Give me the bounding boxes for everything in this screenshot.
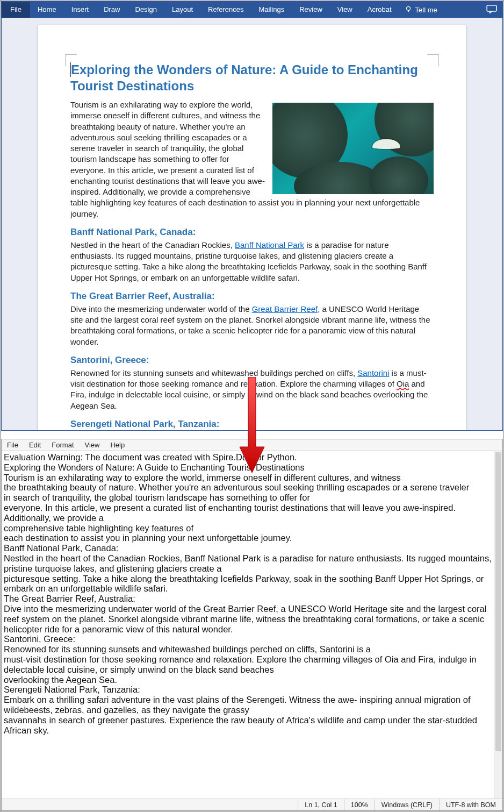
menu-help[interactable]: Help — [105, 441, 130, 449]
tab-mailings[interactable]: Mailings — [251, 2, 292, 18]
editor-text[interactable]: Evaluation Warning: The document was cre… — [2, 451, 502, 736]
text-editor-window: File Edit Format View Help Evaluation Wa… — [1, 439, 503, 811]
status-position[interactable]: Ln 1, Col 1 — [298, 799, 343, 810]
svg-point-0 — [406, 6, 410, 10]
tell-me-label: Tell me — [415, 6, 437, 14]
spellcheck-oia[interactable]: Oia — [397, 379, 409, 388]
tab-acrobat[interactable]: Acrobat — [360, 2, 399, 18]
lightbulb-icon — [405, 5, 412, 15]
scrollbar[interactable] — [494, 451, 502, 799]
text: Dive into the mesmerizing underwater wor… — [70, 304, 252, 314]
ribbon: File Home Insert Draw Design Layout Refe… — [2, 2, 502, 18]
scrollbar-thumb[interactable] — [495, 452, 501, 751]
status-spacer — [2, 799, 298, 810]
tab-review[interactable]: Review — [292, 2, 330, 18]
subhead-banff[interactable]: Banff National Park, Canada: — [70, 227, 434, 238]
menu-view[interactable]: View — [80, 441, 105, 449]
link-santorini[interactable]: Santorini — [357, 368, 389, 377]
tab-draw[interactable]: Draw — [96, 2, 127, 18]
para-banff[interactable]: Nestled in the heart of the Canadian Roc… — [70, 240, 434, 283]
menu-file[interactable]: File — [2, 441, 24, 449]
tab-file[interactable]: File — [2, 2, 30, 18]
subhead-serengeti[interactable]: Serengeti National Park, Tanzania: — [70, 419, 434, 430]
subhead-reef[interactable]: The Great Barrier Reef, Australia: — [70, 291, 434, 302]
tab-layout[interactable]: Layout — [164, 2, 200, 18]
tab-home[interactable]: Home — [30, 2, 64, 18]
text: Renowned for its stunning sunsets and wh… — [70, 368, 357, 377]
para-reef[interactable]: Dive into the mesmerizing underwater wor… — [70, 304, 434, 347]
doc-title-text: Exploring the Wonders of Nature: A Guide… — [70, 62, 418, 93]
menu-format[interactable]: Format — [46, 441, 79, 449]
menu-edit[interactable]: Edit — [24, 441, 46, 449]
intro-block: Tourism is an exhilarating way to explor… — [70, 99, 434, 219]
para-santorini[interactable]: Renowned for its stunning sunsets and wh… — [70, 368, 434, 411]
status-eol[interactable]: Windows (CRLF) — [375, 799, 439, 810]
text: Nestled in the heart of the Canadian Roc… — [70, 240, 235, 250]
tab-design[interactable]: Design — [128, 2, 164, 18]
comment-icon[interactable] — [486, 5, 497, 15]
boat-graphic — [372, 139, 400, 149]
tab-view[interactable]: View — [330, 2, 360, 18]
status-encoding[interactable]: UTF-8 with BOM — [439, 799, 502, 810]
editor-body[interactable]: Evaluation Warning: The document was cre… — [2, 451, 502, 799]
tell-me[interactable]: Tell me — [399, 5, 443, 15]
word-window: File Home Insert Draw Design Layout Refe… — [1, 1, 503, 431]
link-reef[interactable]: Great Barrier Reef — [252, 304, 318, 314]
hero-image[interactable] — [272, 103, 434, 194]
tab-references[interactable]: References — [200, 2, 251, 18]
document-area[interactable]: Exploring the Wonders of Nature: A Guide… — [2, 18, 502, 430]
link-banff[interactable]: Banff National Park — [235, 240, 304, 250]
svg-rect-2 — [487, 5, 496, 11]
doc-title[interactable]: Exploring the Wonders of Nature: A Guide… — [70, 62, 434, 94]
tab-insert[interactable]: Insert — [64, 2, 97, 18]
editor-menu-bar: File Edit Format View Help — [2, 439, 502, 451]
subhead-santorini[interactable]: Santorini, Greece: — [70, 355, 434, 366]
status-bar: Ln 1, Col 1 100% Windows (CRLF) UTF-8 wi… — [2, 799, 502, 810]
page[interactable]: Exploring the Wonders of Nature: A Guide… — [38, 25, 466, 430]
status-zoom[interactable]: 100% — [344, 799, 375, 810]
